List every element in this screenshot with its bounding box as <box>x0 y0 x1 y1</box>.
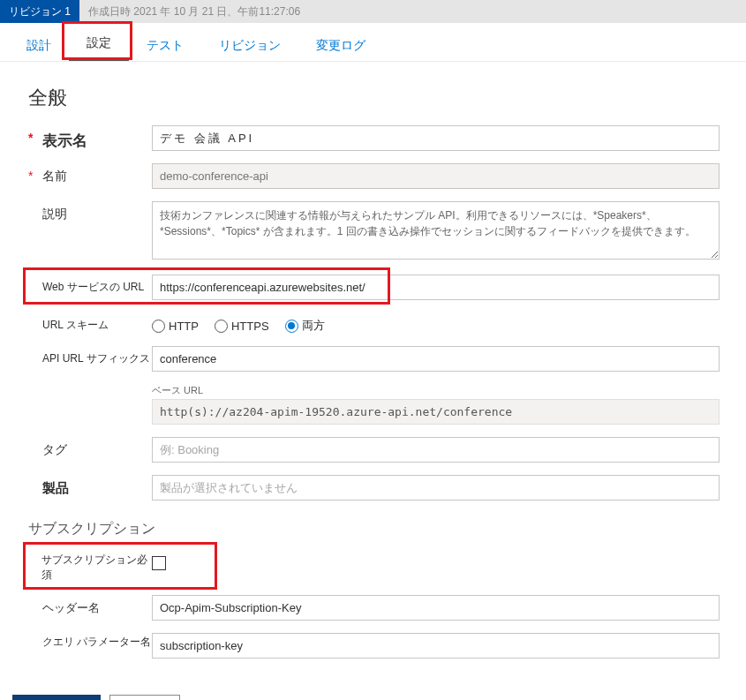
discard-button[interactable]: 破棄 <box>109 695 180 700</box>
radio-group-url-scheme: HTTP HTTPS 両方 <box>152 312 720 334</box>
radio-icon <box>152 320 165 333</box>
tab-changelog[interactable]: 変更ログ <box>298 29 383 61</box>
input-web-service-url[interactable] <box>152 275 720 300</box>
revision-date: 作成日時 2021 年 10 月 21 日、午前11:27:06 <box>88 4 300 19</box>
label-name: 名前 <box>42 169 67 184</box>
revision-bar: リビジョン 1 作成日時 2021 年 10 月 21 日、午前11:27:06 <box>0 0 746 23</box>
input-header-name[interactable] <box>152 595 720 621</box>
footer-buttons: 保存 破棄 <box>0 684 746 700</box>
revision-badge[interactable]: リビジョン 1 <box>0 0 79 23</box>
input-api-url-suffix[interactable] <box>152 346 720 372</box>
section-subscription-title: サブスクリプション <box>28 520 720 538</box>
radio-http[interactable]: HTTP <box>152 320 199 333</box>
tab-revisions[interactable]: リビジョン <box>201 29 298 61</box>
label-tags: タグ <box>42 442 67 458</box>
label-query-param-name: クエリ パラメーター名 <box>42 635 151 650</box>
save-button[interactable]: 保存 <box>12 695 101 700</box>
label-web-service-url: Web サービスの URL <box>42 280 144 295</box>
section-general-title: 全般 <box>28 85 720 111</box>
checkbox-subscription-required[interactable] <box>152 556 166 570</box>
tab-settings[interactable]: 設定 <box>69 26 129 61</box>
label-description: 説明 <box>42 207 67 222</box>
base-url-value: http(s)://az204-apim-19520.azure-api.net… <box>152 399 720 425</box>
tabs: 設計 設定 テスト リビジョン 変更ログ <box>0 23 746 62</box>
radio-both[interactable]: 両方 <box>285 318 325 334</box>
radio-https[interactable]: HTTPS <box>215 320 269 333</box>
input-query-param-name[interactable] <box>152 633 720 659</box>
input-products[interactable] <box>152 475 720 501</box>
label-products: 製品 <box>42 480 69 497</box>
input-name <box>152 163 720 189</box>
textarea-description[interactable]: 技術カンファレンスに関連する情報が与えられたサンプル API。利用できるリソース… <box>152 201 720 260</box>
label-url-scheme: URL スキーム <box>42 318 109 333</box>
label-subscription-required: サブスクリプション必須 <box>41 553 152 583</box>
label-header-name: ヘッダー名 <box>42 600 100 616</box>
input-tags[interactable] <box>152 437 720 463</box>
radio-icon <box>215 320 228 333</box>
tab-test[interactable]: テスト <box>129 29 201 61</box>
label-base-url: ベース URL <box>152 384 720 397</box>
label-display-name: 表示名 <box>42 131 87 151</box>
label-api-url-suffix: API URL サフィックス <box>42 351 150 366</box>
input-display-name[interactable] <box>152 125 720 151</box>
radio-icon <box>285 320 298 333</box>
tab-design[interactable]: 設計 <box>9 29 69 61</box>
